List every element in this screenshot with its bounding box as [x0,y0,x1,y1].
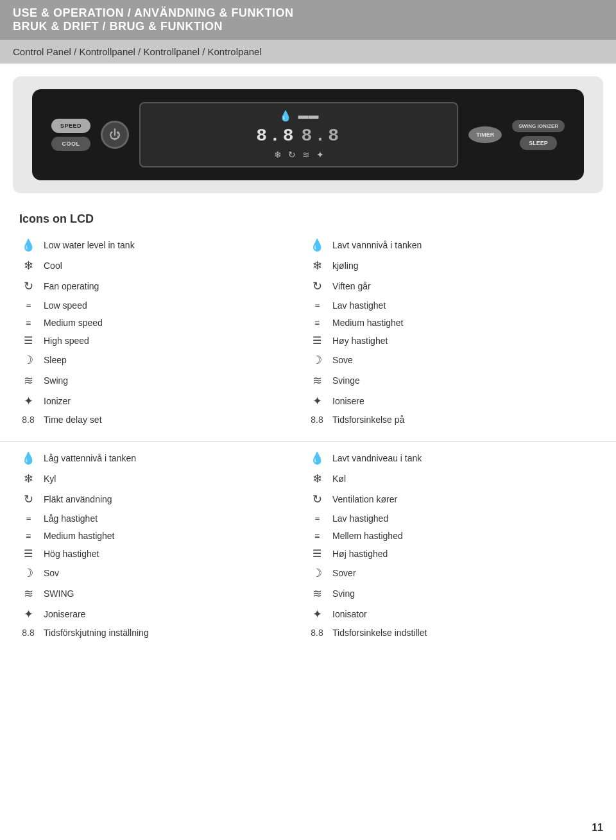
water-level-icon: 💧 [19,238,37,252]
lcd-bottom-icons: ❄ ↻ ≋ ✦ [150,150,448,160]
icon-row-low-right: ＝ Lav hastighet [308,296,597,314]
icon-row-sleep-right: ☽ Sove [308,350,597,370]
sw-cool-icon: ❄ [19,472,37,486]
sleep-icon: ☽ [19,353,37,367]
swing-label: Swing [44,375,68,386]
low-speed-icon-r: ＝ [308,300,326,311]
fan-label: Fan operating [44,281,99,291]
header-sub: Control Panel / Kontrollpanel / Kontroll… [0,40,616,64]
sleep-button[interactable]: SLEEP [520,136,557,150]
da-low-icon: ＝ [308,513,326,524]
da-timer-icon: 8.8 [308,628,326,638]
high-speed-icon: ☰ [19,334,37,347]
control-panel: SPEED COOL ⏻ 💧 ▬▬ 8.8 8.8 ❄ ↻ ≋ ✦ [32,89,584,180]
timer-label-r: Tidsforsinkelse på [332,415,404,425]
icon-row-fan-left: ↻ Fan operating [19,276,308,296]
icon-row-low-left: ＝ Low speed [19,296,308,314]
da-icon-row-high: ☰ Høj hastighed [308,544,597,563]
sw-sleep-icon: ☽ [19,566,37,580]
sleep-label: Sleep [44,355,67,365]
left-button-group: SPEED COOL [51,119,90,151]
swing-icon-r: ≋ [308,373,326,388]
da-timer-label: Tidsforsinkelse indstillet [332,628,427,638]
ionizer-label: Ionizer [44,396,71,406]
danish-column: 💧 Lavt vandniveau i tank ❄ Køl ↻ Ventila… [308,448,597,641]
da-fan-label: Ventilation kører [332,494,397,504]
section-divider [0,441,616,441]
da-water-icon: 💧 [308,451,326,465]
timer-button[interactable]: TIMER [468,126,502,143]
right-button-group: SWING IONIZER SLEEP [512,120,565,150]
lcd-display: 💧 ▬▬ 8.8 8.8 ❄ ↻ ≋ ✦ [139,102,458,167]
main-title: USE & OPERATION / ANVÄNDNING & FUNKTION [13,6,603,20]
medium-speed-icon-r: ≡ [308,318,326,328]
page-number: 11 [592,822,603,834]
cool-button[interactable]: COOL [51,137,90,151]
da-icon-row-sleep: ☽ Sover [308,563,597,583]
sw-high-icon: ☰ [19,547,37,560]
swing-label-r: Svinge [332,375,360,386]
power-button[interactable]: ⏻ [101,121,129,149]
icon-row-ionizer-right: ✦ Ionisere [308,391,597,411]
sw-icon-row-swing: ≋ SWING [19,583,308,604]
medium-speed-label: Medium speed [44,318,103,328]
sw-icon-row-fan: ↻ Fläkt användning [19,489,308,510]
low-speed-label-r: Lav hastighet [332,300,386,311]
sw-high-label: Hög hastighet [44,549,99,559]
da-high-icon: ☰ [308,547,326,560]
water-level-label: Low water level in tank [44,240,135,250]
da-water-label: Lavt vandniveau i tank [332,453,422,463]
sw-timer-label: Tidsförskjutning inställning [44,628,149,638]
ionizer-lcd-icon: ✦ [316,150,324,160]
sw-icon-row-ionizer: ✦ Joniserare [19,604,308,624]
fan-label-r: Viften går [332,281,371,291]
lang-icons-grid: 💧 Låg vattennivå i tanken ❄ Kyl ↻ Fläkt … [19,448,597,641]
icon-row-medium-right: ≡ Medium hastighet [308,314,597,331]
high-speed-label: High speed [44,336,89,346]
swing-ionizer-button[interactable]: SWING IONIZER [512,120,565,132]
high-speed-label-r: Høy hastighet [332,336,388,346]
cool-label-r: kjøling [332,261,358,271]
sw-icon-row-low: ＝ Låg hastighet [19,510,308,527]
da-swing-label: Sving [332,588,355,599]
icon-row-cool-right: ❄ kjøling [308,255,597,276]
sw-low-icon: ＝ [19,513,37,524]
swing-lcd-icon: ≋ [302,150,310,160]
sw-medium-icon: ≡ [19,531,37,541]
snowflake-lcd-icon: ❄ [274,150,282,160]
da-icon-row-fan: ↻ Ventilation kører [308,489,597,510]
da-medium-icon: ≡ [308,531,326,541]
right-icon-column: 💧 Lavt vannnivå i tanken ❄ kjøling ↻ Vif… [308,235,597,428]
sw-icon-row-medium: ≡ Medium hastighet [19,527,308,544]
da-ionizer-label: Ionisator [332,609,367,619]
ionizer-icon-r: ✦ [308,394,326,408]
lines-icon: ▬▬ [298,110,319,122]
sw-fan-icon: ↻ [19,492,37,506]
fan-icon: ↻ [19,279,37,293]
icon-row-swing-left: ≋ Swing [19,370,308,391]
power-icon: ⏻ [109,128,121,142]
icon-row-medium-left: ≡ Medium speed [19,314,308,331]
swedish-column: 💧 Låg vattennivå i tanken ❄ Kyl ↻ Fläkt … [19,448,308,641]
sw-swing-icon: ≋ [19,587,37,601]
speed-button[interactable]: SPEED [51,119,90,133]
lcd-top-icons: 💧 ▬▬ [150,110,448,122]
ionizer-label-r: Ionisere [332,396,364,406]
low-speed-label: Low speed [44,300,87,311]
da-high-label: Høj hastighed [332,549,388,559]
sleep-icon-r: ☽ [308,353,326,367]
cool-label: Cool [44,261,62,271]
da-medium-label: Mellem hastighed [332,531,403,541]
icons-section-title: Icons on LCD [19,212,597,226]
icon-row-cool-left: ❄ Cool [19,255,308,276]
icon-row-high-left: ☰ High speed [19,331,308,350]
lcd-digit-display: 8.8 [256,126,296,146]
fan-icon-r: ↻ [308,279,326,293]
icon-row-swing-right: ≋ Svinge [308,370,597,391]
fan-lcd-icon: ↻ [288,150,296,160]
timer-icon-r: 8.8 [308,415,326,425]
sw-cool-label: Kyl [44,474,56,484]
icon-row-water-left: 💧 Low water level in tank [19,235,308,255]
icons-grid-main: 💧 Low water level in tank ❄ Cool ↻ Fan o… [19,235,597,428]
water-level-icon-r: 💧 [308,238,326,252]
